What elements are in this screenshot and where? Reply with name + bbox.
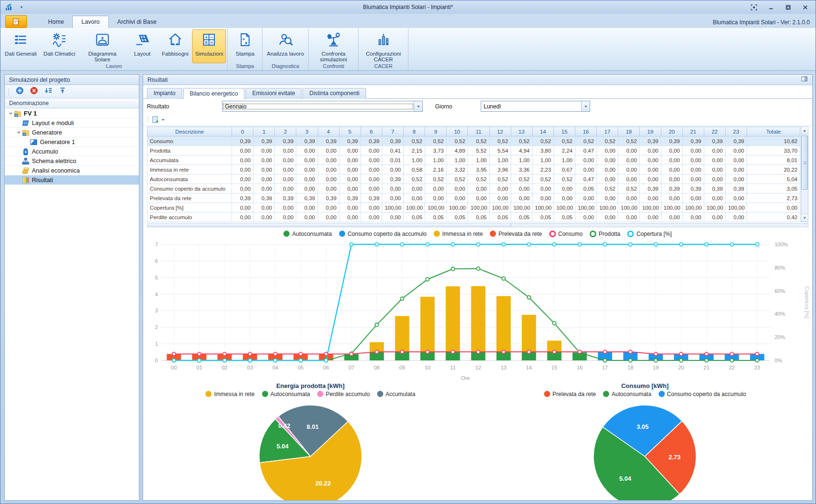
column-header-hour-13: 13 [511,127,532,136]
cell-value: 0,39 [682,184,704,194]
collapse-all-button[interactable] [58,87,67,97]
expand-all-button[interactable] [44,87,52,97]
cell-value: 0,00 [489,194,511,203]
cell-value: 0,00 [618,174,640,184]
row-total: 0,00 [747,203,800,213]
cell-value: 0,05 [511,213,532,222]
chevron-down-icon[interactable] [414,101,422,111]
expand-all-icon [44,87,52,95]
generator-icon [30,138,38,146]
filled-circle-marker-icon [659,391,665,397]
ribbon-button-configurazioni-cacer[interactable]: Configurazioni CACER [360,29,407,63]
delete-button[interactable] [30,87,38,97]
svg-text:03: 03 [247,365,253,370]
svg-text:Copertura [%]: Copertura [%] [804,286,810,319]
expander-icon[interactable] [16,130,22,135]
cell-value: 0,00 [597,165,618,174]
ribbon-tab-home[interactable]: Home [39,16,72,28]
ribbon-button-layout[interactable]: Layout [126,29,158,63]
cell-value: 0,05 [404,213,425,222]
table-row-immessa-in-rete[interactable]: Immessa in rete0,000,000,000,000,000,000… [147,165,800,174]
tab-bilancio-energetico[interactable]: Bilancio energetico [183,88,244,99]
tree-item-label: Analisi economica [32,167,80,174]
export-button[interactable] [152,116,165,124]
column-header-hour-23: 23 [725,127,747,136]
table-row-prelevata-da-rete[interactable]: Prelevata da rete0,390,390,390,390,390,3… [147,194,800,203]
expander-icon[interactable] [8,111,14,116]
table-row-consumo[interactable]: Consumo0,390,390,390,390,390,390,390,390… [147,136,800,146]
chart-legend: AutoconsumataConsumo coperto da accumulo… [143,229,812,239]
scroll-up-icon[interactable]: ▲ [801,127,808,135]
table-row-prodotta[interactable]: Prodotta0,000,000,000,000,000,000,000,41… [147,146,800,155]
tab-emissioni-evitate[interactable]: Emissioni evitate [245,88,301,99]
cell-value: 100,00 [425,203,447,213]
tree-item-generatore[interactable]: Generatore [5,128,139,137]
risultato-value: Gennaio [223,103,414,110]
cell-value: 0,52 [511,136,532,146]
cell-value: 0,00 [232,146,253,155]
risultato-combobox[interactable]: Gennaio [222,101,423,112]
application-menu-button[interactable] [5,15,27,28]
scrollbar-thumb[interactable] [147,223,511,227]
ribbon-button-diagramma-solare[interactable]: Diagramma Solare [79,29,126,63]
results-panel-header: Risultati [143,75,812,85]
table-row-autoconsumata[interactable]: Autoconsumata0,000,000,000,000,000,000,0… [147,174,800,184]
tree-item-schema-elettrico[interactable]: Schema elettrico [5,156,139,166]
quick-access-arrow-icon[interactable]: ▾ [20,5,23,10]
svg-text:14: 14 [526,365,532,370]
grid-vertical-scrollbar[interactable]: ▲ ▼ [801,126,808,222]
tab-distinta-componenti[interactable]: Distinta componenti [302,88,366,99]
cell-value: 0,39 [682,136,704,146]
cell-value: 100,00 [489,203,511,213]
tree-item-risultati[interactable]: Risultati [5,175,139,185]
tree-item-analisi-economica[interactable]: Analisi economica [5,166,139,175]
ribbon-button-analizza-lavoro[interactable]: Analizza lavoro [264,29,307,63]
legend-item-autoconsumata: Autoconsumata [603,391,651,397]
ribbon-button-dati-generali[interactable]: Dati Generali [2,29,39,63]
minimize-button[interactable] [767,4,775,10]
panel-toggle-icon[interactable] [801,76,808,84]
table-row-consumo-coperto-da-accumulo[interactable]: Consumo coperto da accumulo0,000,000,000… [147,184,800,194]
tab-impianto[interactable]: Impianto [147,88,182,99]
ribbon-button-dati-climatici[interactable]: Dati Climatici [40,29,78,63]
buildings-icon [376,32,391,49]
ribbon-tab-lavoro[interactable]: Lavoro [72,16,108,28]
ribbon-button-fabbisogni[interactable]: Fabbisogni [159,29,191,63]
close-button[interactable] [801,4,809,10]
ribbon-button-stampa[interactable]: +xStampa [229,29,261,63]
cell-value: 0,52 [468,136,489,146]
column-header-hour-12: 12 [489,127,511,136]
tree-item-generatore-1[interactable]: Generatore 1 [5,137,139,147]
panel-splitter[interactable] [139,74,143,501]
ribbon-tab-archivi-di-base[interactable]: Archivi di Base [109,16,165,28]
svg-text:08: 08 [374,365,379,370]
scrollbar-thumb[interactable] [801,136,808,190]
cell-value: 0,00 [597,174,618,184]
battery-icon [22,148,29,155]
ribbon-button-simulazioni[interactable]: +−x=Simulazioni [192,29,226,63]
svg-text:=: = [210,39,214,45]
legend-item-consumo: Consumo [549,231,583,237]
ribbon-button-confronta-simulazioni[interactable]: Confronta simulazioni [310,29,357,63]
table-row-perdite-accumulo[interactable]: Perdite accumulo0,000,000,000,000,000,00… [147,213,800,222]
tree-item-layout-e-moduli[interactable]: Layout e moduli [5,118,139,128]
chevron-down-icon[interactable] [581,101,590,111]
project-tree: FV 1Layout e moduliGeneratoreGeneratore … [5,108,139,500]
table-row-accumulata[interactable]: Accumulata0,000,000,000,000,000,000,000,… [147,155,800,165]
tree-item-fv-1[interactable]: FV 1 [5,109,139,118]
column-header-hour-10: 10 [447,127,468,136]
maximize-button[interactable] [784,4,792,10]
cell-value: 0,52 [532,136,554,146]
cell-value: 0,00 [640,146,661,155]
cell-value: 0,52 [511,174,532,184]
tree-item-accumulo[interactable]: Accumulo [5,147,139,156]
table-row-copertura[interactable]: Copertura [%]0,000,000,000,000,000,000,0… [147,203,800,213]
giorno-combobox[interactable]: Lunedì [481,101,590,112]
scroll-down-icon[interactable]: ▼ [801,214,808,222]
add-button[interactable] [16,87,24,97]
cell-value: 0,00 [253,184,275,194]
cell-value: 0,52 [447,174,468,184]
open-circle-marker-icon [549,231,556,237]
grid-horizontal-scrollbar[interactable] [147,223,808,227]
fit-screen-button[interactable] [750,4,758,10]
